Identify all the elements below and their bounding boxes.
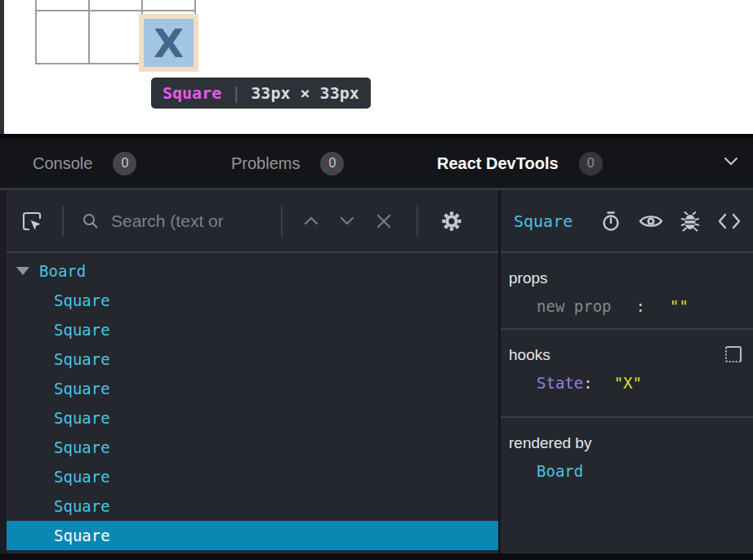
hooks-colon: :	[583, 374, 592, 392]
tree-item-board[interactable]: Board	[7, 256, 498, 286]
components-tree-panel: Board Square Square Square Square Square…	[0, 190, 498, 553]
tree-item-label: Square	[54, 527, 110, 544]
tree-item-label: Square	[54, 409, 110, 427]
hook-name: State	[537, 374, 583, 392]
tree-item-square[interactable]: Square	[7, 433, 498, 462]
tab-problems[interactable]: Problems 0	[231, 139, 344, 188]
tree-item-label: Square	[54, 497, 110, 515]
details-toolbar: Square	[501, 190, 753, 253]
board-cell[interactable]	[36, 11, 89, 64]
chevron-down-icon[interactable]	[724, 157, 738, 166]
search-icon	[82, 212, 100, 230]
tooltip-component-name: Square	[163, 83, 221, 103]
tree-search	[82, 211, 281, 231]
rendered-by-owner-link[interactable]: Board	[537, 462, 583, 480]
console-count-badge: 0	[113, 152, 136, 176]
tree-item-square-selected[interactable]: Square	[7, 521, 498, 550]
inspected-page: X Square | 33px × 33px	[0, 0, 753, 134]
next-match-icon[interactable]	[340, 216, 354, 225]
screenshot-root: X Square | 33px × 33px Console 0 Problem…	[0, 0, 753, 560]
tree-item-label: Square	[54, 438, 110, 456]
tooltip-separator: |	[231, 83, 241, 103]
tree-item-square[interactable]: Square	[7, 403, 498, 433]
eye-icon[interactable]	[639, 212, 663, 230]
tab-problems-label: Problems	[231, 154, 300, 173]
rendered-by-row: Board	[537, 462, 742, 480]
panel-left-gutter	[0, 190, 7, 553]
tooltip-dimensions: 33px × 33px	[251, 83, 359, 103]
inspect-tooltip: Square | 33px × 33px	[151, 78, 371, 109]
props-row: new prop : ""	[537, 297, 742, 315]
new-prop-name-input[interactable]: new prop	[537, 297, 612, 315]
square-x-value: X	[154, 24, 184, 63]
board-cell[interactable]	[89, 0, 142, 11]
rendered-by-title: rendered by	[509, 434, 742, 452]
tab-console-label: Console	[33, 154, 92, 173]
tree-item-square[interactable]: Square	[7, 491, 498, 521]
problems-count-badge: 0	[320, 152, 344, 176]
tree-item-label: Square	[54, 291, 110, 309]
tree-item-label: Board	[39, 262, 86, 280]
suspense-stopwatch-icon[interactable]	[599, 210, 622, 233]
board-cell[interactable]	[89, 11, 142, 64]
component-details-panel: Square	[498, 190, 753, 553]
view-source-code-icon[interactable]	[717, 212, 742, 230]
react-devtools-count-badge: 0	[579, 152, 603, 176]
props-colon: :	[636, 297, 645, 315]
hooks-title: hooks	[509, 346, 742, 364]
tree-item-square[interactable]: Square	[7, 374, 498, 403]
props-section: props new prop : ""	[501, 253, 753, 330]
component-tree: Board Square Square Square Square Square…	[7, 253, 498, 550]
tab-react-devtools-label: React DevTools	[437, 154, 559, 173]
tree-item-square[interactable]: Square	[7, 344, 498, 374]
hook-state-value[interactable]: "X"	[614, 374, 642, 392]
window-left-edge	[0, 0, 4, 134]
inspect-element-icon[interactable]	[20, 209, 44, 233]
search-input[interactable]	[111, 211, 281, 231]
selected-component-name: Square	[514, 211, 573, 231]
react-devtools-panel: Board Square Square Square Square Square…	[0, 190, 753, 553]
expand-arrow-icon[interactable]	[16, 267, 29, 275]
previous-match-icon[interactable]	[304, 216, 319, 225]
tree-item-label: Square	[54, 468, 110, 486]
tree-toolbar	[0, 190, 498, 253]
tab-console[interactable]: Console 0	[33, 139, 136, 188]
tree-item-square[interactable]: Square	[7, 286, 498, 315]
tree-item-label: Square	[54, 350, 110, 368]
tree-item-square[interactable]: Square	[7, 462, 498, 491]
settings-gear-icon[interactable]	[439, 209, 464, 233]
toolbar-divider	[62, 206, 64, 237]
new-prop-value-input[interactable]: ""	[670, 297, 688, 315]
toolbar-divider	[281, 206, 283, 237]
devtools-tabbar: Console 0 Problems 0 React DevTools 0	[0, 134, 753, 188]
hooks-section: hooks State : "X"	[501, 330, 753, 418]
tree-item-label: Square	[54, 321, 110, 339]
bug-icon[interactable]	[679, 210, 701, 233]
props-title: props	[509, 269, 742, 287]
clear-search-icon[interactable]	[376, 213, 392, 229]
hooks-state-row: State : "X"	[537, 374, 742, 392]
tree-item-label: Square	[54, 380, 110, 398]
tab-react-devtools[interactable]: React DevTools 0	[437, 139, 603, 188]
toolbar-divider	[417, 206, 418, 237]
element-inspect-highlight[interactable]: X	[139, 14, 198, 72]
board-cell[interactable]	[142, 0, 195, 11]
rendered-by-section: rendered by Board	[501, 418, 753, 493]
tree-item-square[interactable]: Square	[7, 315, 498, 344]
board-cell[interactable]	[36, 0, 89, 11]
parse-hook-names-icon[interactable]	[725, 346, 742, 362]
window-bottom-edge	[0, 553, 753, 560]
